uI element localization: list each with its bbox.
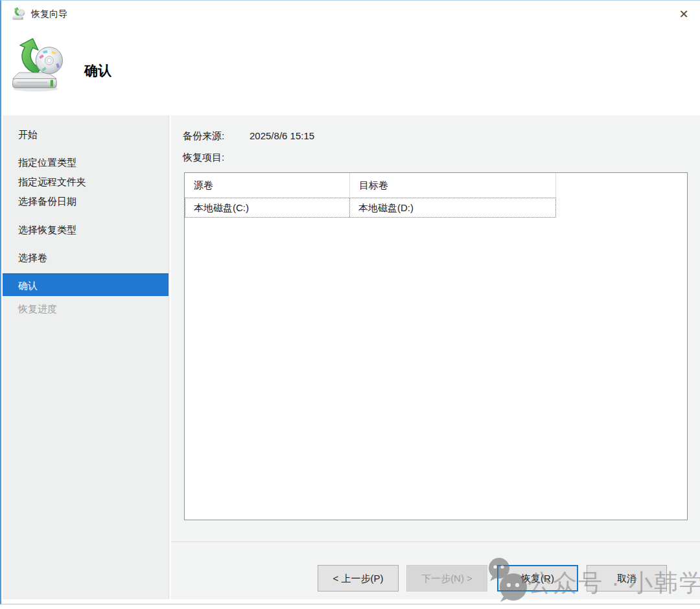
column-header-source-volume[interactable]: 源卷 bbox=[185, 173, 350, 198]
sidebar-item-recovery-type[interactable]: 选择恢复类型 bbox=[3, 220, 169, 240]
back-button[interactable]: < 上一步(P) bbox=[318, 565, 399, 592]
footer-button-bar: < 上一步(P) 下一步(N) > 恢复(R) 取消 bbox=[1, 565, 700, 592]
table-header: 源卷 目标卷 bbox=[185, 173, 687, 198]
cancel-button[interactable]: 取消 bbox=[587, 565, 667, 592]
column-header-destination-volume[interactable]: 目标卷 bbox=[350, 173, 556, 198]
sidebar-item-select-volumes[interactable]: 选择卷 bbox=[3, 248, 169, 268]
page-title: 确认 bbox=[84, 62, 111, 80]
sidebar-item-recovery-progress[interactable]: 恢复进度 bbox=[3, 299, 169, 319]
sidebar-item-location-type[interactable]: 指定位置类型 bbox=[3, 153, 169, 172]
content-pane: 备份来源: 2025/8/6 15:15 恢复项目: 源卷 目标卷 本地磁盘(C… bbox=[171, 115, 700, 599]
close-icon[interactable]: ✕ bbox=[674, 5, 694, 24]
wizard-header: 确认 bbox=[1, 28, 700, 115]
recover-button[interactable]: 恢复(R) bbox=[497, 565, 578, 592]
recovery-disk-icon bbox=[9, 34, 67, 94]
recovery-wizard-window: 恢复向导 ✕ 确认 开始 指定位置类型 指定远程文件夹 选择备份日期 选择恢复类… bbox=[0, 0, 700, 604]
recovery-items-label: 恢复项目: bbox=[183, 152, 224, 164]
wizard-steps-nav: 开始 指定位置类型 指定远程文件夹 选择备份日期 选择恢复类型 选择卷 确认 恢… bbox=[3, 115, 169, 599]
backup-source-label: 备份来源: bbox=[183, 130, 224, 143]
backup-source-value: 2025/8/6 15:15 bbox=[250, 130, 314, 141]
sidebar-item-remote-folder[interactable]: 指定远程文件夹 bbox=[3, 172, 169, 192]
window-title: 恢复向导 bbox=[31, 8, 67, 20]
titlebar: 恢复向导 ✕ bbox=[1, 1, 700, 28]
sidebar-item-start[interactable]: 开始 bbox=[3, 125, 169, 144]
sidebar-item-confirmation[interactable]: 确认 bbox=[3, 273, 169, 296]
table-row[interactable]: 本地磁盘(C:) 本地磁盘(D:) bbox=[185, 198, 556, 218]
recovery-items-table: 源卷 目标卷 本地磁盘(C:) 本地磁盘(D:) bbox=[184, 172, 688, 520]
sidebar-item-backup-date[interactable]: 选择备份日期 bbox=[3, 192, 169, 211]
destination-volume-cell: 本地磁盘(D:) bbox=[350, 198, 555, 217]
footer-separator bbox=[171, 542, 700, 543]
source-volume-cell: 本地磁盘(C:) bbox=[185, 198, 350, 217]
next-button[interactable]: 下一步(N) > bbox=[406, 565, 487, 592]
recovery-wizard-icon bbox=[12, 6, 26, 21]
